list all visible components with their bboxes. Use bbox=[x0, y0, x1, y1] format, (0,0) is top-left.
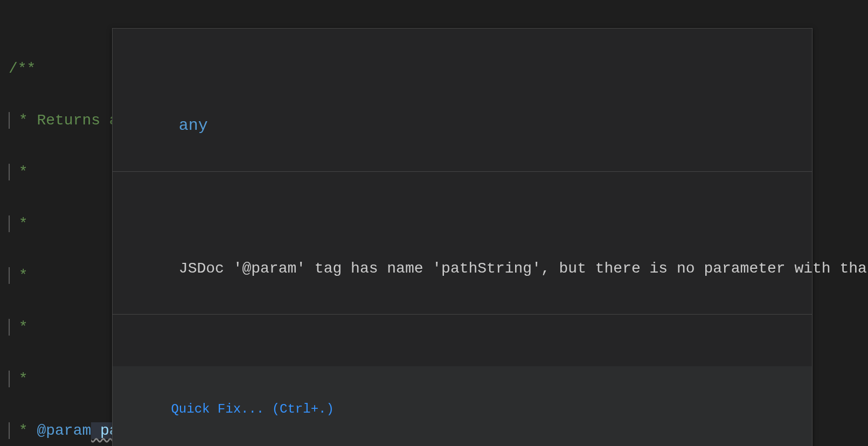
jsdoc-tag: @param bbox=[37, 422, 91, 439]
quickfix-link[interactable]: Quick Fix... bbox=[171, 402, 272, 416]
hover-type-section: any bbox=[113, 80, 812, 172]
code-editor-area[interactable]: /** * Returns an object from a path stri… bbox=[9, 4, 868, 446]
hover-message-section: JSDoc '@param' tag has name 'pathString'… bbox=[113, 224, 812, 315]
hover-type-label: any bbox=[179, 116, 208, 135]
quickfix-shortcut: (Ctrl+.) bbox=[272, 402, 334, 416]
jsdoc-line: * bbox=[9, 319, 28, 336]
hover-tooltip[interactable]: any JSDoc '@param' tag has name 'pathStr… bbox=[112, 28, 813, 446]
jsdoc-line: * bbox=[9, 371, 28, 387]
jsdoc-open: /** bbox=[9, 60, 36, 77]
quickfix-row[interactable]: Quick Fix... (Ctrl+.) bbox=[113, 366, 812, 446]
jsdoc-line: * bbox=[9, 215, 28, 232]
jsdoc-line: * bbox=[9, 164, 28, 180]
jsdoc-line: * bbox=[9, 267, 28, 284]
hover-message: JSDoc '@param' tag has name 'pathString'… bbox=[179, 260, 868, 277]
